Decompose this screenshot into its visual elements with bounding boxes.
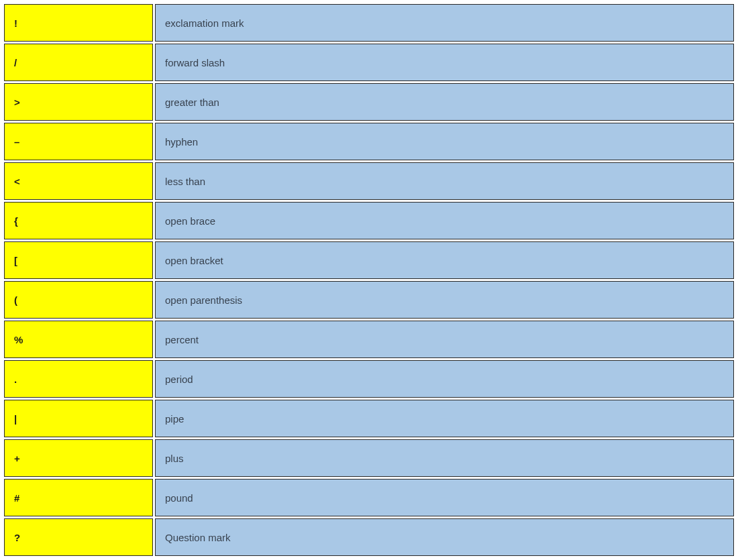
name-cell: open brace xyxy=(155,202,734,239)
table-row: ! exclamation mark xyxy=(4,4,734,42)
symbol-reference-table: ! exclamation mark / forward slash > gre… xyxy=(2,2,736,558)
name-cell: exclamation mark xyxy=(155,4,734,42)
name-cell: period xyxy=(155,360,734,398)
name-cell: percent xyxy=(155,321,734,358)
table-row: ( open parenthesis xyxy=(4,281,734,319)
name-cell: greater than xyxy=(155,83,734,121)
symbol-cell: { xyxy=(4,202,153,239)
symbol-cell: / xyxy=(4,44,153,81)
symbol-cell: ? xyxy=(4,518,153,556)
table-row: { open brace xyxy=(4,202,734,239)
symbol-cell: . xyxy=(4,360,153,398)
table-row: – hyphen xyxy=(4,123,734,160)
table-row: . period xyxy=(4,360,734,398)
name-cell: open parenthesis xyxy=(155,281,734,319)
symbol-cell: – xyxy=(4,123,153,160)
symbol-cell: | xyxy=(4,400,153,437)
name-cell: plus xyxy=(155,439,734,477)
symbol-cell: + xyxy=(4,439,153,477)
name-cell: pound xyxy=(155,479,734,516)
table-row: < less than xyxy=(4,162,734,200)
symbol-cell: ! xyxy=(4,4,153,42)
symbol-cell: < xyxy=(4,162,153,200)
symbol-cell: [ xyxy=(4,241,153,279)
table-row: > greater than xyxy=(4,83,734,121)
symbol-cell: % xyxy=(4,321,153,358)
name-cell: Question mark xyxy=(155,518,734,556)
name-cell: less than xyxy=(155,162,734,200)
symbol-cell: # xyxy=(4,479,153,516)
table-row: + plus xyxy=(4,439,734,477)
symbol-cell: ( xyxy=(4,281,153,319)
table-row: # pound xyxy=(4,479,734,516)
table-row: | pipe xyxy=(4,400,734,437)
name-cell: open bracket xyxy=(155,241,734,279)
name-cell: forward slash xyxy=(155,44,734,81)
table-row: % percent xyxy=(4,321,734,358)
table-row: [ open bracket xyxy=(4,241,734,279)
symbol-cell: > xyxy=(4,83,153,121)
name-cell: hyphen xyxy=(155,123,734,160)
table-row: / forward slash xyxy=(4,44,734,81)
name-cell: pipe xyxy=(155,400,734,437)
table-row: ? Question mark xyxy=(4,518,734,556)
